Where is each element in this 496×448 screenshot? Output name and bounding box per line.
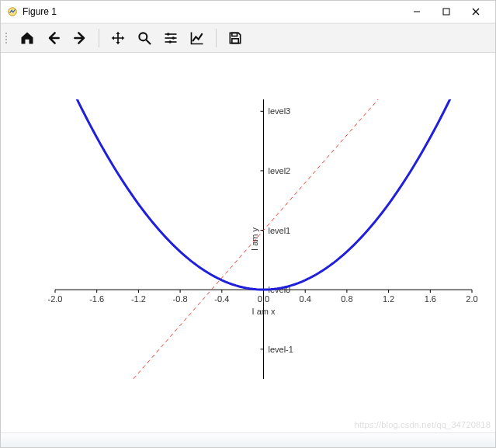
x-tick-label: -1.2 xyxy=(131,294,146,304)
window-buttons xyxy=(404,3,489,20)
titlebar: Figure 1 xyxy=(1,1,495,23)
y-tick-label: level2 xyxy=(269,166,291,175)
y-tick-label: level-1 xyxy=(269,345,293,354)
toolbar xyxy=(1,23,495,53)
home-button[interactable] xyxy=(15,26,40,50)
search-icon xyxy=(137,30,152,46)
x-tick-label: 0.0 xyxy=(258,294,269,304)
svg-rect-14 xyxy=(232,39,238,43)
x-axis-label: I am x xyxy=(252,307,276,316)
pan-button[interactable] xyxy=(106,26,130,50)
minimize-button[interactable] xyxy=(404,3,430,20)
x-tick-label: -1.6 xyxy=(89,294,104,304)
watermark-text: https://blog.csdn.net/qq_34720818 xyxy=(355,420,491,429)
save-button[interactable] xyxy=(223,26,248,50)
forward-button[interactable] xyxy=(68,26,92,50)
sliders-icon xyxy=(163,30,179,46)
svg-point-8 xyxy=(167,33,170,36)
maximize-icon xyxy=(442,7,451,16)
title-left: Figure 1 xyxy=(7,6,57,17)
plot-svg: -2.0-1.6-1.2-0.8-0.40.00.40.81.21.62.0le… xyxy=(1,53,495,436)
arrow-right-icon xyxy=(72,30,88,46)
x-tick-label: -0.4 xyxy=(214,294,229,304)
x-tick-label: 1.2 xyxy=(383,294,394,304)
back-button[interactable] xyxy=(41,26,66,50)
figure-window: Figure 1 xyxy=(0,0,496,448)
edit-axes-button[interactable] xyxy=(185,26,210,50)
window-title: Figure 1 xyxy=(23,6,57,17)
x-tick-label: -0.8 xyxy=(173,294,188,304)
svg-rect-13 xyxy=(232,33,238,36)
zoom-button[interactable] xyxy=(132,26,157,50)
toolbar-separator xyxy=(216,29,217,47)
configure-subplots-button[interactable] xyxy=(158,26,183,50)
x-tick-label: 0.4 xyxy=(300,294,311,304)
home-icon xyxy=(19,30,35,46)
close-button[interactable] xyxy=(463,3,489,20)
close-icon xyxy=(471,7,480,16)
maximize-button[interactable] xyxy=(433,3,460,20)
chart-line-icon xyxy=(189,30,205,46)
y-tick-label: level1 xyxy=(269,226,291,235)
x-tick-label: 0.8 xyxy=(341,294,352,304)
y-tick-label: level3 xyxy=(269,106,291,116)
arrow-left-icon xyxy=(46,30,61,46)
app-icon xyxy=(7,6,18,17)
svg-point-10 xyxy=(172,36,175,40)
y-axis-label: I am y xyxy=(250,227,259,251)
x-tick-label: -2.0 xyxy=(48,294,63,304)
x-tick-label: 2.0 xyxy=(466,294,477,304)
plot-canvas[interactable]: -2.0-1.6-1.2-0.8-0.40.00.40.81.21.62.0le… xyxy=(1,53,495,432)
toolbar-separator xyxy=(99,29,99,47)
save-icon xyxy=(227,30,243,46)
svg-rect-2 xyxy=(443,9,449,15)
minimize-icon xyxy=(412,7,421,16)
svg-point-12 xyxy=(168,40,172,43)
x-tick-label: 1.6 xyxy=(425,294,436,304)
toolbar-grip-icon xyxy=(5,33,10,43)
svg-line-6 xyxy=(147,40,151,44)
move-icon xyxy=(110,30,126,46)
